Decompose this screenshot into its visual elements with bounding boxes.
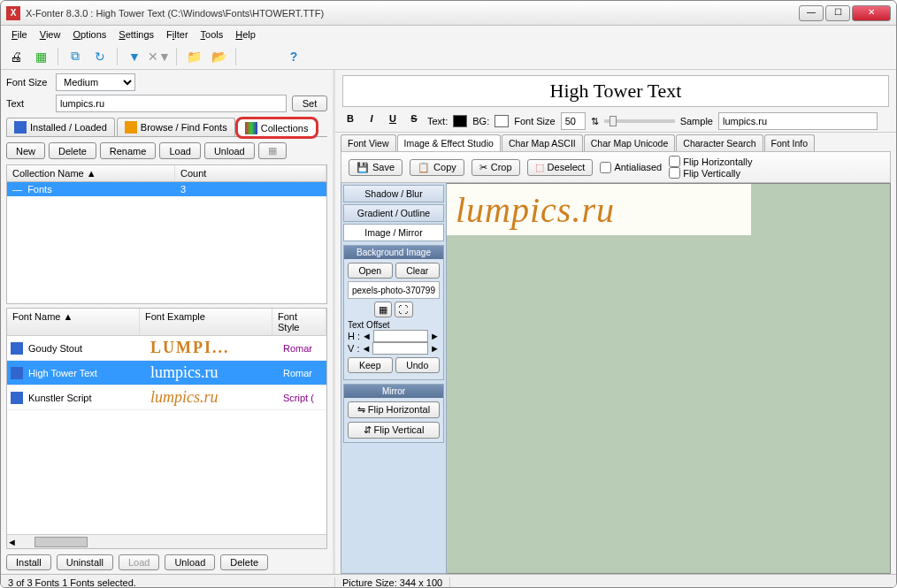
- flip-vertical-button[interactable]: ⇵ Flip Vertical: [348, 422, 440, 439]
- stop-button[interactable]: ▦: [258, 142, 287, 159]
- folder-out-icon[interactable]: 📂: [209, 47, 228, 66]
- tab-installed[interactable]: Installed / Loaded: [6, 118, 115, 136]
- bold-button[interactable]: B: [342, 113, 358, 129]
- collection-list[interactable]: — Fonts 3: [6, 182, 327, 304]
- fontsize-label: Font Size: [514, 116, 555, 126]
- open-bg-button[interactable]: Open: [348, 263, 393, 279]
- bg-color-swatch[interactable]: [494, 115, 509, 127]
- tab-shadow[interactable]: Shadow / Blur: [343, 185, 444, 202]
- folder-in-icon[interactable]: 📁: [184, 47, 203, 66]
- copy-button[interactable]: 📋Copy: [410, 159, 464, 176]
- horizontal-scrollbar[interactable]: ◄: [7, 534, 326, 548]
- bg-file-input[interactable]: [348, 281, 440, 299]
- antialiased-checkbox[interactable]: Antialiased: [600, 162, 662, 173]
- col-font-example[interactable]: Font Example: [140, 309, 272, 335]
- tab-fontview[interactable]: Font View: [341, 134, 396, 151]
- bg-image-title: Background Image: [344, 246, 443, 259]
- strike-button[interactable]: S: [406, 113, 422, 129]
- tab-charsearch[interactable]: Character Search: [676, 134, 763, 151]
- sample-input[interactable]: [718, 112, 878, 130]
- load-font-button[interactable]: Load: [119, 554, 159, 570]
- menu-filter[interactable]: Filter: [161, 27, 193, 42]
- unload-button[interactable]: Unload: [204, 142, 255, 159]
- spinner-icon[interactable]: ⇅: [591, 116, 599, 127]
- mirror-title: Mirror: [344, 385, 443, 398]
- collection-row[interactable]: — Fonts 3: [7, 182, 326, 196]
- new-button[interactable]: New: [6, 142, 45, 159]
- fontsize-select[interactable]: Medium: [56, 73, 135, 91]
- help-icon[interactable]: ?: [284, 47, 303, 66]
- stretch-icon[interactable]: ⛶: [395, 302, 413, 317]
- font-row[interactable]: Goudy Stout LUMPI... Romar: [7, 336, 326, 361]
- menu-options[interactable]: Options: [67, 27, 111, 42]
- tab-image-mirror[interactable]: Image / Mirror: [343, 224, 444, 241]
- set-button[interactable]: Set: [292, 95, 327, 111]
- tab-collections[interactable]: Collections: [237, 118, 317, 137]
- compare-icon[interactable]: ⧉: [65, 47, 85, 66]
- canvas-image: lumpics.ru: [447, 184, 751, 235]
- menu-help[interactable]: Help: [230, 27, 261, 42]
- col-collection-name[interactable]: Collection Name ▲: [7, 165, 175, 181]
- mirror-section: Mirror ⇋ Flip Horizontal ⇵ Flip Vertical: [343, 384, 444, 443]
- offset-label: Text Offset: [348, 320, 440, 330]
- bg-color-label: BG:: [472, 116, 489, 126]
- folder-icon: [125, 121, 137, 134]
- menu-tools[interactable]: Tools: [196, 27, 229, 42]
- flip-horizontal-button[interactable]: ⇋ Flip Horizontal: [348, 401, 440, 418]
- font-row[interactable]: Kunstler Script lumpics.ru Script (: [7, 386, 326, 410]
- tab-browse[interactable]: Browse / Find Fonts: [117, 118, 235, 136]
- font-row[interactable]: High Tower Text lumpics.ru Romar: [7, 361, 326, 386]
- crop-button[interactable]: ✂Crop: [472, 159, 520, 176]
- truetype-icon: [11, 342, 23, 355]
- col-font-name[interactable]: Font Name ▲: [7, 309, 140, 335]
- install-button[interactable]: Install: [6, 554, 51, 570]
- h-offset-slider[interactable]: [373, 330, 428, 342]
- tab-ascii[interactable]: Char Map ASCII: [502, 134, 583, 151]
- filter-icon[interactable]: ▼: [125, 47, 144, 66]
- preview-canvas[interactable]: lumpics.ru: [447, 183, 891, 574]
- fontsize-input[interactable]: [561, 112, 586, 130]
- uninstall-button[interactable]: Uninstall: [57, 554, 113, 570]
- truetype-icon: [11, 392, 23, 404]
- save-button[interactable]: 💾Save: [349, 159, 402, 176]
- col-count[interactable]: Count: [175, 165, 326, 181]
- undo-button[interactable]: Undo: [395, 357, 441, 373]
- underline-button[interactable]: U: [385, 113, 401, 129]
- flipv-icon: ⇵: [364, 424, 372, 435]
- clear-bg-button[interactable]: Clear: [395, 263, 441, 279]
- tab-gradient[interactable]: Gradient / Outline: [343, 204, 444, 222]
- flipv-checkbox[interactable]: Flip Vertically: [669, 167, 752, 179]
- tab-unicode[interactable]: Char Map Unicode: [584, 134, 676, 151]
- delete-font-button[interactable]: Delete: [220, 554, 268, 570]
- tab-studio[interactable]: Image & Effect Studio: [397, 134, 501, 151]
- col-font-style[interactable]: Font Style: [272, 309, 326, 335]
- menu-bar: File View Options Settings Filter Tools …: [1, 26, 896, 43]
- refresh-icon[interactable]: ↻: [90, 47, 110, 66]
- text-color-swatch[interactable]: [453, 115, 467, 127]
- maximize-button[interactable]: ☐: [825, 5, 850, 21]
- keep-button[interactable]: Keep: [348, 357, 393, 373]
- sort-asc-icon: ▲: [87, 168, 96, 179]
- load-button[interactable]: Load: [159, 142, 200, 159]
- browse-icon[interactable]: ▦: [31, 47, 50, 66]
- left-tabs: Installed / Loaded Browse / Find Fonts C…: [6, 118, 327, 137]
- fontsize-slider[interactable]: [604, 119, 675, 123]
- menu-view[interactable]: View: [34, 27, 66, 42]
- print-icon[interactable]: 🖨: [6, 47, 26, 66]
- studio-toolbar: 💾Save 📋Copy ✂Crop ⬚Deselect Antialiased …: [341, 151, 891, 183]
- delete-button[interactable]: Delete: [49, 142, 96, 159]
- close-button[interactable]: ✕: [852, 5, 891, 21]
- menu-settings[interactable]: Settings: [113, 27, 159, 42]
- italic-button[interactable]: I: [364, 113, 380, 129]
- tile-icon[interactable]: ▦: [374, 302, 392, 317]
- tab-fontinfo[interactable]: Font Info: [764, 134, 815, 151]
- minimize-button[interactable]: —: [799, 5, 824, 21]
- rename-button[interactable]: Rename: [100, 142, 157, 159]
- clear-filter-icon[interactable]: ✕▼: [150, 47, 169, 66]
- deselect-button[interactable]: ⬚Deselect: [527, 159, 594, 176]
- sample-text-input[interactable]: [56, 95, 287, 112]
- v-offset-slider[interactable]: [372, 342, 428, 355]
- unload-font-button[interactable]: Unload: [165, 554, 215, 570]
- fliph-checkbox[interactable]: Flip Horizontally: [669, 156, 752, 167]
- menu-file[interactable]: File: [6, 27, 33, 42]
